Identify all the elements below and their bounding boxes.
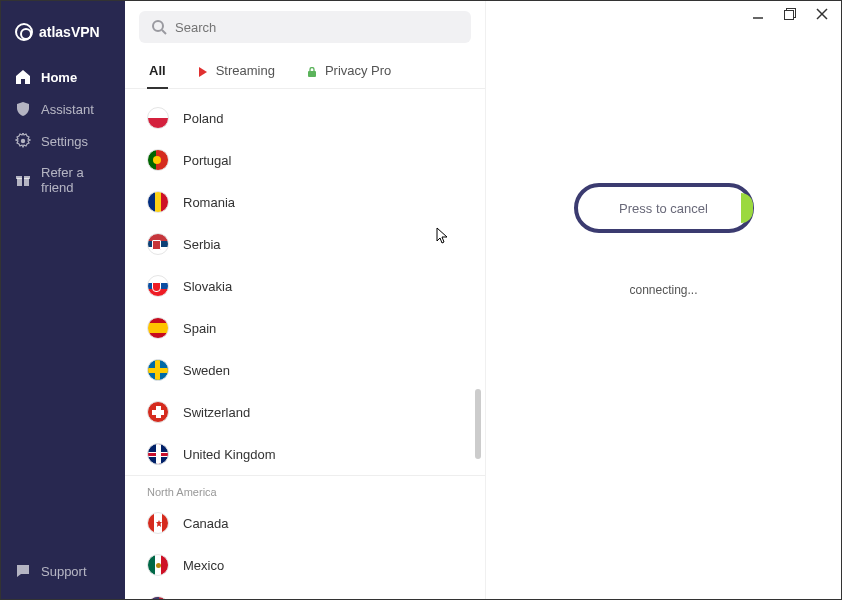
app-logo: atlasVPN: [1, 13, 125, 61]
server-label: Slovakia: [183, 279, 232, 294]
nav-refer[interactable]: Refer a friend: [1, 157, 125, 203]
server-item-ch[interactable]: Switzerland: [125, 391, 485, 433]
server-item-rs[interactable]: Serbia: [125, 223, 485, 265]
svg-point-5: [21, 139, 25, 143]
lock-icon: [307, 65, 319, 77]
tabs: All Streaming Privacy Pro: [125, 49, 485, 89]
flag-icon: [147, 149, 169, 171]
nav-label: Assistant: [41, 102, 94, 117]
server-label: Mexico: [183, 558, 224, 573]
server-label: Sweden: [183, 363, 230, 378]
search-input[interactable]: [139, 11, 471, 43]
server-item-us[interactable]: United States: [125, 586, 485, 599]
server-item-pt[interactable]: Portugal: [125, 139, 485, 181]
sidebar: atlasVPN Home Assistant Settings Refer a…: [1, 1, 125, 599]
tab-privacy[interactable]: Privacy Pro: [305, 57, 393, 88]
connect-button[interactable]: Press to cancel: [574, 183, 754, 233]
server-item-pl[interactable]: Poland: [125, 97, 485, 139]
svg-rect-8: [22, 176, 24, 186]
flag-icon: [147, 359, 169, 381]
logo-icon: [15, 23, 33, 41]
play-icon: [198, 65, 210, 77]
server-label: Romania: [183, 195, 235, 210]
flag-icon: [147, 596, 169, 599]
server-item-sk[interactable]: Slovakia: [125, 265, 485, 307]
chat-icon: [15, 563, 31, 579]
server-panel: All Streaming Privacy Pro PolandPortugal…: [125, 1, 485, 599]
scrollbar[interactable]: [475, 389, 481, 459]
nav-home[interactable]: Home: [1, 61, 125, 93]
tab-label: All: [149, 63, 166, 78]
nav-settings[interactable]: Settings: [1, 125, 125, 157]
tab-label: Streaming: [216, 63, 275, 78]
region-header: North America: [125, 475, 485, 502]
server-label: Spain: [183, 321, 216, 336]
window-controls: [739, 1, 841, 27]
server-item-ro[interactable]: Romania: [125, 181, 485, 223]
server-label: Poland: [183, 111, 223, 126]
nav: Home Assistant Settings Refer a friend: [1, 61, 125, 203]
server-list-scroll[interactable]: PolandPortugalRomaniaSerbiaSlovakiaSpain…: [125, 89, 485, 599]
gift-icon: [15, 172, 31, 188]
tab-all[interactable]: All: [147, 57, 168, 88]
flag-icon: [147, 233, 169, 255]
nav-label: Home: [41, 70, 77, 85]
flag-icon: [147, 401, 169, 423]
server-label: Serbia: [183, 237, 221, 252]
flag-icon: [147, 191, 169, 213]
search-field[interactable]: [175, 20, 459, 35]
server-label: Switzerland: [183, 405, 250, 420]
tab-label: Privacy Pro: [325, 63, 391, 78]
shield-icon: [15, 101, 31, 117]
server-item-gb[interactable]: United Kingdom: [125, 433, 485, 475]
nav-assistant[interactable]: Assistant: [1, 93, 125, 125]
flag-icon: [147, 443, 169, 465]
svg-rect-2: [785, 11, 794, 20]
server-label: Canada: [183, 516, 229, 531]
nav-label: Settings: [41, 134, 88, 149]
svg-point-9: [153, 21, 163, 31]
search-icon: [151, 19, 167, 35]
nav-label: Support: [41, 564, 87, 579]
connect-button-label: Press to cancel: [619, 201, 708, 216]
home-icon: [15, 69, 31, 85]
server-item-mx[interactable]: Mexico: [125, 544, 485, 586]
flag-icon: [147, 512, 169, 534]
svg-line-10: [162, 30, 166, 34]
connect-panel: Press to cancel connecting...: [485, 1, 841, 599]
chevron-down-icon: [449, 598, 463, 599]
flag-icon: [147, 317, 169, 339]
app-name: atlasVPN: [39, 24, 100, 40]
connection-status: connecting...: [629, 283, 697, 297]
flag-icon: [147, 554, 169, 576]
close-button[interactable]: [815, 7, 829, 21]
server-item-se[interactable]: Sweden: [125, 349, 485, 391]
server-label: United Kingdom: [183, 447, 276, 462]
flag-icon: [147, 275, 169, 297]
server-item-ca[interactable]: Canada: [125, 502, 485, 544]
server-label: Portugal: [183, 153, 231, 168]
minimize-button[interactable]: [751, 7, 765, 21]
gear-icon: [15, 133, 31, 149]
server-item-es[interactable]: Spain: [125, 307, 485, 349]
tab-streaming[interactable]: Streaming: [196, 57, 277, 88]
flag-icon: [147, 107, 169, 129]
maximize-button[interactable]: [783, 7, 797, 21]
nav-support[interactable]: Support: [1, 555, 125, 587]
nav-label: Refer a friend: [41, 165, 111, 195]
svg-rect-11: [308, 71, 316, 77]
